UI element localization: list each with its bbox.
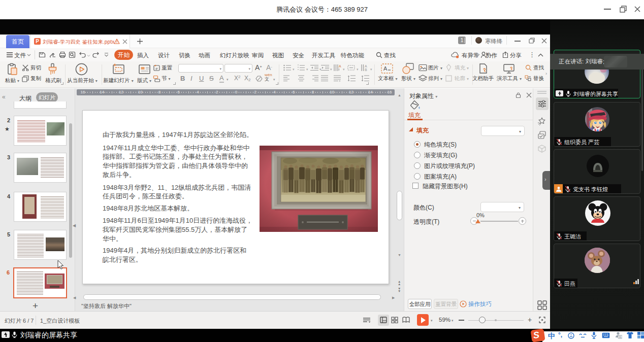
svg-text:B: B (365, 68, 367, 71)
svg-text:A: A (383, 65, 388, 72)
svg-text:A: A (339, 64, 341, 68)
svg-text:A: A (365, 64, 367, 68)
svg-text:31: 31 (619, 336, 622, 338)
